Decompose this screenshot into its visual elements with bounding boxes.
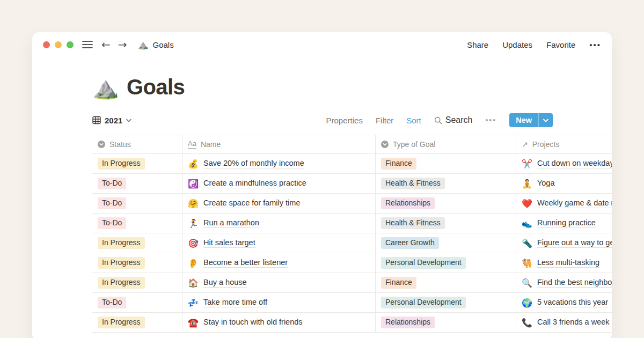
type-of-goal-cell[interactable]: Relationships [376,313,516,332]
goal-emoji-icon: ☎️ [188,318,199,328]
goal-name[interactable]: Create space for family time [203,199,301,208]
project-name[interactable]: Running practice [537,218,596,228]
status-cell[interactable]: To-Do [92,174,182,193]
column-header-projects[interactable]: ↗ Projects [516,135,612,153]
goal-name[interactable]: Run a marathon [203,218,259,228]
view-switcher[interactable]: 2021 [92,116,131,125]
project-name[interactable]: Weekly game & date nights [537,199,612,208]
properties-button[interactable]: Properties [326,116,363,125]
goal-emoji-icon: ☯️ [188,179,199,189]
status-cell[interactable]: In Progress [92,253,182,273]
goal-name[interactable]: Save 20% of monthly income [203,159,304,168]
table-row[interactable]: In Progress ☎️ Stay in touch with old fr… [92,313,612,333]
name-cell[interactable]: 🏠 Buy a house [182,273,376,292]
type-of-goal-cell[interactable]: Relationships [376,194,516,213]
type-of-goal-cell[interactable]: Health & Fitness [376,174,516,193]
new-button-label: New [509,113,538,127]
table-row[interactable]: In Progress 👂 Become a better listener P… [92,253,612,273]
updates-button[interactable]: Updates [502,40,532,49]
name-cell[interactable]: 🤗 Create space for family time [182,194,376,213]
project-name[interactable]: Find the best neighborhood [537,278,612,288]
status-tag: To-Do [98,217,126,229]
projects-cell[interactable]: 👟 Running practice [516,214,612,233]
goal-name[interactable]: Take more time off [203,298,267,307]
filter-button[interactable]: Filter [376,116,393,125]
name-cell[interactable]: 👂 Become a better listener [182,253,376,273]
goal-name[interactable]: Create a mindfulness practice [203,179,306,188]
table-row[interactable]: To-Do 💤 Take more time off Personal Deve… [92,293,612,313]
status-cell[interactable]: In Progress [92,154,182,173]
table-row[interactable]: To-Do 🤗 Create space for family time Rel… [92,194,612,214]
sort-button[interactable]: Sort [406,116,421,125]
type-tag: Relationships [381,317,435,328]
name-cell[interactable]: 🏃‍♀️ Run a marathon [182,214,376,233]
type-of-goal-cell[interactable]: Health & Fitness [376,214,516,233]
projects-cell[interactable]: ✂️ Cut down on weekday spending [516,154,612,173]
status-cell[interactable]: To-Do [92,293,182,312]
favorite-button[interactable]: Favorite [546,40,575,49]
new-button[interactable]: New [509,113,553,127]
menu-icon[interactable] [82,40,93,49]
project-name[interactable]: Figure out a way to get promoted [537,238,612,248]
table-row[interactable]: To-Do 🏃‍♀️ Run a marathon Health & Fitne… [92,214,612,233]
view-controls: Properties Filter Sort Search ••• New [326,113,553,127]
more-options-icon[interactable]: ••• [589,40,601,49]
zoom-window-button[interactable] [67,41,74,48]
type-of-goal-cell[interactable]: Career Growth [376,233,516,253]
name-cell[interactable]: 💤 Take more time off [182,293,376,312]
column-label: Status [109,140,131,149]
share-button[interactable]: Share [467,40,488,49]
projects-cell[interactable]: 🐫 Less multi-tasking [516,253,612,273]
forward-arrow-icon[interactable]: → [118,39,127,50]
table-row[interactable]: In Progress 💰 Save 20% of monthly income… [92,154,612,174]
page-title[interactable]: Goals [127,75,185,99]
select-property-icon [381,141,389,148]
table-row[interactable]: In Progress 🏠 Buy a house Finance 🔍 Find… [92,273,612,293]
project-name[interactable]: Cut down on weekday spending [537,159,612,168]
back-arrow-icon[interactable]: ← [101,39,111,50]
goal-name[interactable]: Hit sales target [203,238,255,248]
name-cell[interactable]: ☯️ Create a mindfulness practice [182,174,376,193]
status-cell[interactable]: In Progress [92,313,182,332]
status-cell[interactable]: In Progress [92,233,182,253]
project-name[interactable]: Yoga [537,179,555,188]
table-row[interactable]: To-Do ☯️ Create a mindfulness practice H… [92,174,612,194]
type-of-goal-cell[interactable]: Finance [376,273,516,292]
projects-cell[interactable]: 🔍 Find the best neighborhood [516,273,612,292]
column-header-type-of-goal[interactable]: Type of Goal [376,135,516,153]
status-cell[interactable]: To-Do [92,214,182,233]
project-emoji-icon: 📞 [522,318,532,328]
search-button[interactable]: Search [434,115,473,125]
page-header: ⛰️ Goals [92,75,553,99]
name-cell[interactable]: ☎️ Stay in touch with old friends [182,313,376,332]
goal-name[interactable]: Become a better listener [203,258,288,268]
name-cell[interactable]: 💰 Save 20% of monthly income [182,154,376,173]
status-cell[interactable]: To-Do [92,194,182,213]
type-of-goal-cell[interactable]: Personal Development [376,293,516,312]
projects-cell[interactable]: 🧘 Yoga [516,174,612,193]
goal-name[interactable]: Buy a house [203,278,247,288]
name-cell[interactable]: 🎯 Hit sales target [182,233,376,253]
page-mountain-icon[interactable]: ⛰️ [92,77,119,98]
column-header-status[interactable]: Status [92,135,182,153]
projects-cell[interactable]: 📞 Call 3 friends a week [516,313,612,332]
projects-cell[interactable]: ❤️ Weekly game & date nights [516,194,612,213]
new-button-chevron[interactable] [539,113,553,127]
view-more-icon[interactable]: ••• [485,116,496,124]
minimize-window-button[interactable] [55,41,62,48]
projects-cell[interactable]: 🌍 5 vacations this year [516,293,612,312]
table-row[interactable]: In Progress 🎯 Hit sales target Career Gr… [92,233,612,253]
type-of-goal-cell[interactable]: Finance [376,154,516,173]
status-cell[interactable]: In Progress [92,273,182,292]
project-name[interactable]: Call 3 friends a week [537,318,610,327]
breadcrumb[interactable]: ⛰️ Goals [138,40,174,50]
projects-cell[interactable]: 🔦 Figure out a way to get promoted [516,233,612,253]
column-header-name[interactable]: Aa Name [182,135,376,153]
project-emoji-icon: ✂️ [522,159,532,169]
close-window-button[interactable] [43,41,50,48]
type-of-goal-cell[interactable]: Personal Development [376,253,516,273]
goal-name[interactable]: Stay in touch with old friends [203,318,303,327]
status-tag: In Progress [98,237,145,249]
project-name[interactable]: 5 vacations this year [537,298,608,307]
project-name[interactable]: Less multi-tasking [537,258,599,268]
